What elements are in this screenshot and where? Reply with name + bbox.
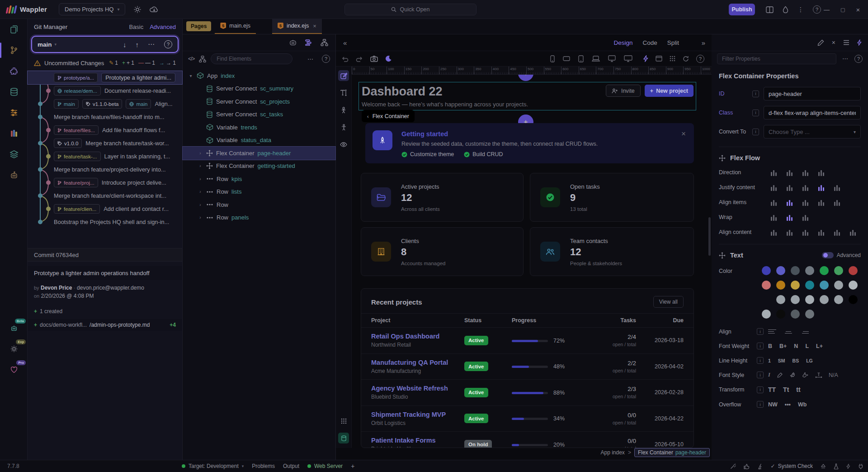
tree-item-getting-started[interactable]: ›Flex Containergetting-started xyxy=(183,160,335,173)
page-subtitle[interactable]: Welcome back — here's what's happening a… xyxy=(362,101,528,108)
highlighter-icon[interactable] xyxy=(777,372,783,378)
problems-button[interactable]: Problems xyxy=(252,463,275,469)
table-row[interactable]: Manufacturing QA PortalAcme Manufacturin… xyxy=(361,354,693,380)
commit-row[interactable]: mainv1.1.0-betamainAlign... xyxy=(28,97,182,110)
git-more-icon[interactable]: ⋯ xyxy=(148,40,155,48)
line-height-option[interactable]: 1 xyxy=(768,358,771,363)
font-weight-option[interactable]: L+ xyxy=(816,343,823,349)
branch-badge[interactable]: feature/task-... xyxy=(54,152,101,161)
caret-closed-icon[interactable]: › xyxy=(198,151,203,156)
breadcrumb-current-element[interactable]: Flex Container page-header xyxy=(634,448,710,457)
color-swatch[interactable] xyxy=(805,281,814,290)
commit-row[interactable]: feature/task-...Layer in task planning, … xyxy=(28,150,182,163)
kpi-card-open-tasks[interactable]: Open tasks913 total xyxy=(530,173,694,222)
commit-row[interactable]: feature/clien...Add client and contact r… xyxy=(28,202,182,215)
code-view-icon[interactable]: </> xyxy=(188,56,194,62)
font-style-na[interactable]: N/A xyxy=(829,372,838,378)
align-center-icon[interactable] xyxy=(784,329,793,334)
thumbs-up-icon[interactable] xyxy=(744,463,750,469)
align-content-option-icon[interactable] xyxy=(769,229,778,236)
element-breadcrumb-chip[interactable]: ‹ Flex Container xyxy=(362,110,415,122)
tree-item-kpis[interactable]: ›Rowkpis xyxy=(183,172,335,186)
dark-mode-moon-icon[interactable] xyxy=(385,55,392,62)
color-swatch[interactable] xyxy=(762,266,771,275)
font-weight-option[interactable]: B xyxy=(768,343,772,349)
eject-icon[interactable] xyxy=(821,463,826,469)
help-icon[interactable]: ? xyxy=(813,5,821,14)
commit-row[interactable]: feature/proj...Introduce project delive.… xyxy=(28,176,182,189)
uncommitted-changes-row[interactable]: Uncommitted Changes ✎1++ 1—— 1→→ 1 xyxy=(28,57,182,69)
commit-row[interactable]: release/dem...Document release-readi... xyxy=(28,84,182,97)
color-swatch[interactable] xyxy=(776,310,785,319)
pages-tab[interactable]: Pages xyxy=(186,21,211,31)
text-overflow-option[interactable]: Wb xyxy=(798,401,807,408)
rail-assistant-icon[interactable] xyxy=(0,165,28,186)
more-options-icon[interactable]: ⋯ xyxy=(842,55,849,62)
system-check-button[interactable]: ✓System Check xyxy=(771,463,813,469)
live-refresh-bolt-icon[interactable] xyxy=(643,55,648,62)
wrap-option-icon[interactable] xyxy=(769,214,778,221)
invite-button[interactable]: Invite xyxy=(606,85,641,97)
help-icon[interactable]: ? xyxy=(322,55,330,63)
datastore-icon[interactable] xyxy=(338,433,349,443)
breadcrumb-app-index[interactable]: App index xyxy=(601,449,625,456)
accessibility-icon[interactable] xyxy=(338,122,349,133)
kebab-menu-icon[interactable]: ⋮ xyxy=(797,6,804,13)
justify-content-option-icon[interactable] xyxy=(832,184,842,191)
redo-icon[interactable] xyxy=(356,56,363,62)
font-weight-option[interactable]: L xyxy=(805,343,809,349)
color-swatch[interactable] xyxy=(834,281,843,290)
color-swatch[interactable] xyxy=(776,266,785,275)
text-overflow-option[interactable]: NW xyxy=(768,401,778,408)
remote-badge[interactable]: main xyxy=(126,99,151,109)
align-items-option-icon[interactable] xyxy=(832,199,842,206)
canvas-help-icon[interactable]: ? xyxy=(696,55,704,63)
caret-closed-icon[interactable]: › xyxy=(198,176,203,181)
branch-badge[interactable]: feature/proj... xyxy=(54,178,98,187)
tree-item-status_data[interactable]: Variablestatus_data xyxy=(183,134,335,147)
edit-mode-icon[interactable] xyxy=(338,70,349,81)
justify-content-option-icon[interactable] xyxy=(800,184,810,191)
justify-content-option-icon[interactable] xyxy=(784,184,794,191)
text-transform-option[interactable]: Tt xyxy=(783,386,789,393)
table-row[interactable]: Retail Ops DashboardNorthwind RetailActi… xyxy=(361,328,693,354)
caret-closed-icon[interactable]: › xyxy=(198,215,203,220)
tree-item-row[interactable]: ›Row xyxy=(183,198,335,211)
window-minimize-icon[interactable]: — xyxy=(824,6,830,13)
text-tool-icon[interactable] xyxy=(338,87,349,98)
new-project-button[interactable]: + New project xyxy=(645,85,693,97)
collapse-left-icon[interactable]: « xyxy=(343,39,347,47)
color-swatch[interactable] xyxy=(791,281,800,290)
justify-content-option-icon[interactable] xyxy=(769,184,778,191)
remote-badge[interactable]: release/dem... xyxy=(54,86,101,95)
outline-list-icon[interactable] xyxy=(305,39,312,46)
tree-item-sc_summary[interactable]: Server Connectsc_summary xyxy=(183,82,335,95)
settings-gear-icon[interactable] xyxy=(133,5,142,14)
table-row[interactable]: Shipment Tracking MVPOrbit LogisticsActi… xyxy=(361,406,693,432)
color-swatch[interactable] xyxy=(820,295,829,304)
customize-theme-link[interactable]: Customize theme xyxy=(401,151,454,157)
color-swatch[interactable] xyxy=(820,281,829,290)
view-split[interactable]: Split xyxy=(667,39,679,46)
layout-panels-icon[interactable] xyxy=(766,6,774,13)
refresh-icon[interactable] xyxy=(683,56,689,62)
open-browser-icon[interactable] xyxy=(656,56,662,62)
letter-spacing-icon[interactable] xyxy=(815,372,822,378)
line-height-option[interactable]: LG xyxy=(806,358,813,363)
rail-layers-icon[interactable] xyxy=(0,144,28,165)
structure-diagram-icon[interactable] xyxy=(321,39,328,46)
italic-icon[interactable]: I xyxy=(768,372,770,378)
color-swatch[interactable] xyxy=(791,266,800,275)
align-content-option-icon[interactable] xyxy=(800,229,810,236)
align-left-icon[interactable] xyxy=(768,329,776,334)
branch-badge[interactable]: feature/files... xyxy=(54,125,99,135)
screenshot-camera-icon[interactable] xyxy=(370,56,378,62)
grid-apps-icon[interactable] xyxy=(670,56,675,62)
components-icon[interactable] xyxy=(199,56,206,62)
project-name[interactable]: Shipment Tracking MVP xyxy=(371,411,464,418)
color-swatch[interactable] xyxy=(762,310,771,319)
device-large-desktop-icon[interactable] xyxy=(624,55,632,62)
filter-properties-input[interactable] xyxy=(717,53,836,64)
id-input[interactable] xyxy=(764,87,861,100)
tree-item-sc_tasks[interactable]: Server Connectsc_tasks xyxy=(183,108,335,121)
